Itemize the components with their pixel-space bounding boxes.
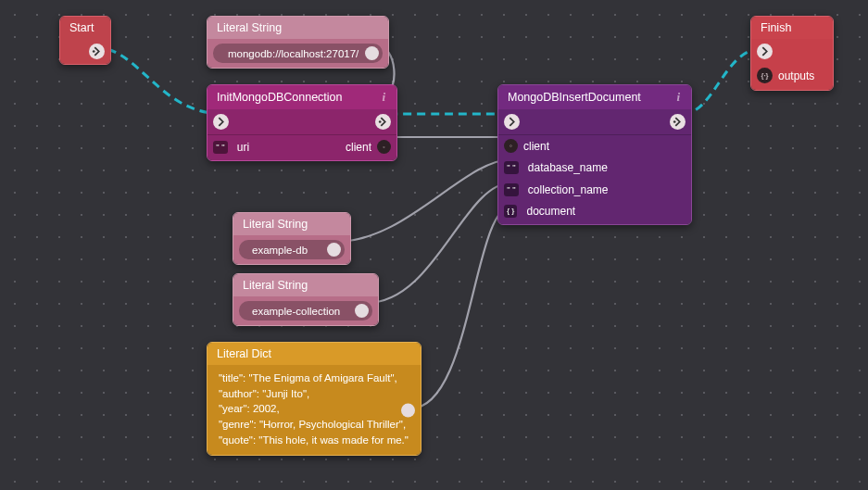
info-icon[interactable]: i bbox=[382, 90, 387, 105]
exec-in-port[interactable] bbox=[213, 114, 229, 130]
node-title: Literal String bbox=[233, 274, 378, 296]
literal-dict-body: "title": "The Enigma of Amigara Fault", … bbox=[208, 365, 421, 455]
literal-value: mongodb://localhost:27017/ bbox=[226, 48, 359, 59]
data-in-port[interactable]: {·} bbox=[757, 68, 773, 83]
literal-value: example-collection bbox=[252, 306, 340, 317]
type-tag-string: " " bbox=[213, 141, 228, 154]
type-tag-string: " " bbox=[504, 161, 519, 174]
port-label: uri bbox=[237, 141, 249, 154]
exec-out-port[interactable] bbox=[670, 114, 686, 130]
node-start[interactable]: Start bbox=[59, 16, 111, 65]
node-literal-string-collection[interactable]: Literal String example-collection bbox=[233, 273, 379, 326]
node-literal-string-db[interactable]: Literal String example-db bbox=[233, 212, 351, 265]
port-label: document bbox=[526, 205, 575, 218]
svg-text:{·}: {·} bbox=[761, 71, 768, 80]
node-init-mongodb-connection[interactable]: InitMongoDBConnection i " " uri client bbox=[207, 84, 397, 161]
node-literal-string-uri[interactable]: Literal String mongodb://localhost:27017… bbox=[207, 16, 389, 69]
node-title: Start bbox=[60, 17, 110, 39]
exec-out-port[interactable] bbox=[375, 114, 391, 130]
svg-point-4 bbox=[673, 120, 676, 123]
exec-in-port[interactable] bbox=[504, 114, 520, 130]
exec-in-port[interactable] bbox=[757, 44, 773, 59]
info-icon[interactable]: i bbox=[676, 90, 682, 105]
node-title: Literal Dict bbox=[208, 343, 421, 365]
data-in-port[interactable]: ◦ bbox=[504, 139, 518, 153]
canvas-dot-grid bbox=[0, 0, 868, 490]
port-label: outputs bbox=[778, 69, 814, 82]
port-label: client bbox=[346, 141, 371, 154]
node-finish[interactable]: Finish {·} outputs bbox=[750, 16, 834, 91]
literal-value: example-db bbox=[252, 245, 308, 256]
svg-text:◦: ◦ bbox=[383, 144, 384, 150]
port-label: collection_name bbox=[528, 183, 609, 196]
node-title: MongoDBInsertDocument i bbox=[498, 85, 691, 109]
type-tag-string: " " bbox=[504, 183, 519, 196]
node-title: Finish bbox=[751, 17, 833, 39]
node-graph-canvas[interactable]: Start Finish {·} outputs bbox=[0, 0, 868, 490]
node-title: Literal String bbox=[208, 17, 388, 39]
port-label: database_name bbox=[528, 161, 608, 174]
data-out-port[interactable] bbox=[365, 46, 379, 60]
svg-point-0 bbox=[93, 50, 95, 53]
node-title: Literal String bbox=[233, 213, 350, 235]
data-out-port[interactable] bbox=[355, 304, 369, 318]
data-out-port[interactable] bbox=[327, 243, 341, 257]
type-tag-dict: { } bbox=[504, 205, 517, 218]
node-literal-dict[interactable]: Literal Dict "title": "The Enigma of Ami… bbox=[207, 342, 421, 456]
node-title: InitMongoDBConnection i bbox=[208, 85, 396, 109]
svg-point-2 bbox=[379, 120, 382, 123]
data-out-port[interactable]: ◦ bbox=[377, 140, 391, 154]
exec-out-port[interactable] bbox=[89, 44, 105, 59]
port-label: client bbox=[523, 140, 549, 153]
node-mongodb-insert-document[interactable]: MongoDBInsertDocument i ◦ client " " dat… bbox=[497, 84, 692, 225]
data-out-port[interactable] bbox=[401, 403, 415, 417]
